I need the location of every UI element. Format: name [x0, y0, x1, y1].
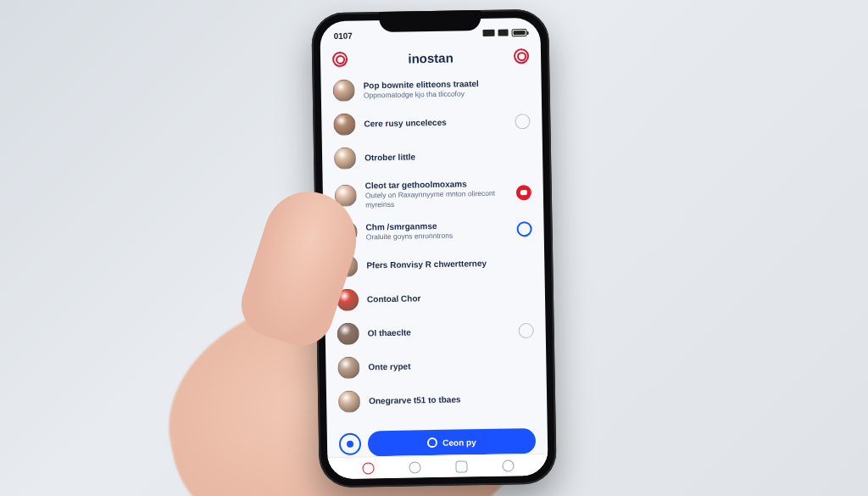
bottom-bar [327, 453, 548, 479]
avatar[interactable] [333, 79, 355, 101]
compose-dot-icon [427, 437, 437, 447]
nav-dot-icon[interactable] [362, 461, 374, 473]
compose-button[interactable]: Ceon py [368, 427, 536, 455]
chat-title: Pfers Ronvisy R chwertterney [366, 258, 532, 270]
chat-row[interactable]: Contoal Chor [333, 280, 537, 317]
avatar[interactable] [334, 147, 356, 169]
chat-row[interactable]: Ol thaeclte [333, 314, 537, 351]
header-right-target-icon[interactable] [514, 48, 529, 64]
chat-row[interactable]: Pop bownite elitteons traatel Oppnomatod… [329, 70, 533, 107]
chat-title: Otrober little [364, 149, 531, 162]
signal-icon [483, 29, 495, 36]
unread-ring-icon [516, 221, 531, 237]
chat-row[interactable]: Pfers Ronvisy R chwertterney [332, 246, 537, 283]
chat-subtitle: Oraluite goyns enronntrons [366, 230, 509, 242]
app-header: inostan [320, 42, 542, 74]
battery-icon [511, 28, 526, 36]
chat-row[interactable]: Otrober little [331, 137, 535, 175]
avatar[interactable] [337, 356, 359, 378]
chat-row[interactable]: Chm /smrganmse Oraluite goyns enronntron… [331, 212, 536, 249]
chat-row[interactable]: Cleot tar gethoolmoxams Outely on Raxayn… [331, 171, 535, 215]
chat-title: Cere rusy unceleces [364, 116, 506, 129]
chat-subtitle: Outely on Raxaynnyyme mnton olirecont my… [365, 188, 508, 209]
status-right [482, 28, 526, 36]
chat-title: Onte rypet [368, 359, 534, 372]
chat-text: Pop bownite elitteons traatel Oppnomatod… [364, 77, 530, 99]
avatar[interactable] [333, 113, 355, 135]
wifi-icon [498, 29, 509, 36]
compose-circle-icon[interactable] [339, 432, 361, 454]
nav-circle-icon[interactable] [502, 459, 514, 471]
status-ring-icon [515, 113, 530, 128]
nav-square-icon[interactable] [455, 460, 467, 471]
chat-row[interactable]: Cere rusy unceleces [330, 103, 534, 141]
composer: Ceon py [327, 427, 548, 457]
status-ring-icon [519, 323, 534, 338]
notch [379, 9, 481, 31]
chat-title: Onegrarve t51 to tbaes [369, 393, 535, 406]
compose-label: Ceon py [442, 437, 476, 447]
avatar[interactable] [338, 390, 360, 412]
chat-title: Ol thaeclte [368, 326, 510, 338]
header-left-target-icon[interactable] [332, 51, 348, 66]
status-time: 0107 [334, 31, 353, 40]
app-title: inostan [408, 50, 453, 65]
chat-row[interactable]: Onte rypet [334, 348, 538, 385]
chat-title: Contoal Chor [367, 292, 533, 304]
chat-row[interactable]: Onegrarve t51 to tbaes [335, 382, 539, 419]
notification-badge-icon [516, 184, 531, 199]
avatar[interactable] [337, 322, 359, 344]
nav-circle-icon[interactable] [409, 460, 420, 472]
